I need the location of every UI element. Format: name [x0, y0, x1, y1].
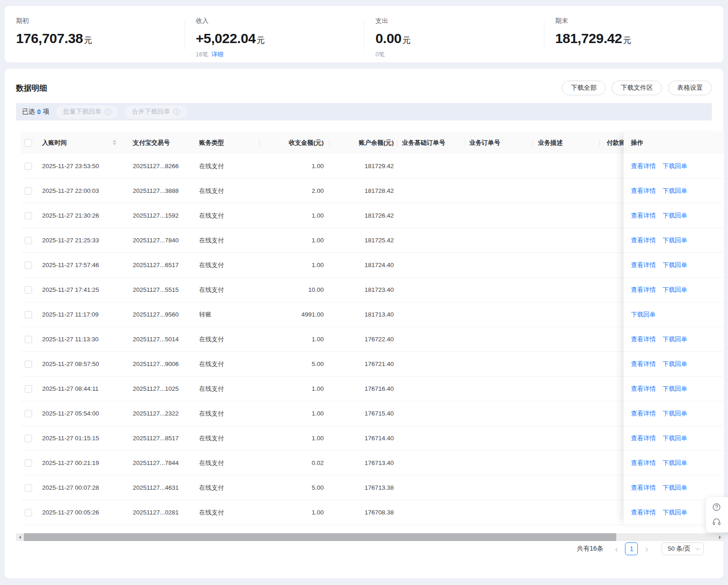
row-checkbox-cell: [21, 327, 42, 351]
horizontal-scrollbar[interactable]: [16, 533, 724, 541]
row-checkbox[interactable]: [25, 361, 32, 368]
view-details-link[interactable]: 查看详情: [631, 508, 656, 517]
table-settings-button[interactable]: 表格设置: [668, 81, 712, 95]
cell-entry-time: 2025-11-27 17:57:46: [42, 253, 133, 277]
download-receipt-link[interactable]: 下载回单: [663, 162, 687, 170]
header-transaction-id: 支付宝交易号: [133, 132, 199, 154]
row-checkbox[interactable]: [25, 336, 32, 343]
scrollbar-track[interactable]: [616, 533, 716, 541]
select-all-checkbox[interactable]: [25, 139, 32, 147]
merge-download-receipts-button[interactable]: 合并下载回单 i: [125, 105, 187, 119]
view-details-link[interactable]: 查看详情: [631, 459, 656, 467]
row-actions: 查看详情下载回单: [624, 154, 724, 179]
cell-entry-time: 2025-11-27 21:25:33: [42, 228, 133, 252]
download-receipt-link[interactable]: 下载回单: [663, 286, 687, 294]
cell-order: [465, 179, 533, 203]
table-row: 2025-11-27 00:07:2820251127...4631在线支付5.…: [21, 476, 724, 500]
header-balance: 账户余额(元): [330, 132, 397, 154]
cell-account-type: 在线支付: [199, 426, 260, 450]
cell-order: [465, 426, 533, 450]
download-all-button[interactable]: 下载全部: [562, 81, 606, 95]
row-checkbox-cell: [21, 253, 42, 277]
view-details-link[interactable]: 查看详情: [631, 434, 656, 443]
scroll-left-arrow-icon[interactable]: [16, 533, 24, 541]
row-checkbox[interactable]: [25, 163, 32, 170]
download-file-zone-button[interactable]: 下载文件区: [612, 81, 662, 95]
scroll-right-arrow-icon[interactable]: [716, 533, 724, 541]
page-size-select[interactable]: 50 条/页: [662, 542, 704, 555]
cell-base-order: [397, 154, 465, 178]
prev-page-icon[interactable]: ‹: [611, 543, 621, 555]
cell-account-type: 在线支付: [199, 476, 260, 500]
cell-amount: 1.00: [260, 377, 330, 401]
download-receipt-link[interactable]: 下载回单: [663, 385, 687, 393]
row-checkbox-cell: [21, 476, 42, 500]
cell-balance: 176716.40: [330, 377, 397, 401]
row-checkbox[interactable]: [25, 187, 32, 195]
cell-alipay-transaction-id: 20251127...8517: [133, 426, 199, 450]
download-receipt-link[interactable]: 下载回单: [663, 261, 687, 269]
cell-balance: 176713.38: [330, 476, 397, 500]
scrollbar-thumb[interactable]: [24, 533, 616, 541]
download-receipt-link[interactable]: 下载回单: [663, 459, 687, 467]
download-receipt-link[interactable]: 下载回单: [663, 335, 687, 344]
download-receipt-link[interactable]: 下载回单: [663, 410, 687, 418]
row-checkbox[interactable]: [25, 459, 32, 467]
cell-entry-time: 2025-11-27 00:07:28: [42, 476, 133, 500]
view-details-link[interactable]: 查看详情: [631, 410, 656, 418]
header-time: 入账时间: [42, 132, 133, 154]
header-account-type: 账务类型: [199, 132, 260, 154]
next-page-icon[interactable]: ›: [641, 543, 652, 555]
row-checkbox[interactable]: [25, 435, 32, 442]
question-circle-icon[interactable]: [712, 503, 721, 512]
row-checkbox[interactable]: [25, 385, 32, 393]
summary-sub: 16笔详细: [196, 50, 364, 59]
view-details-link[interactable]: 查看详情: [631, 286, 656, 294]
cell-balance: 181725.42: [330, 228, 397, 252]
view-details-link[interactable]: 查看详情: [631, 385, 656, 393]
header-base-order: 业务基础订单号: [397, 132, 465, 154]
download-receipt-link[interactable]: 下载回单: [663, 484, 687, 492]
sort-icon[interactable]: [113, 140, 116, 145]
download-receipt-link[interactable]: 下载回单: [663, 508, 687, 517]
download-receipt-link[interactable]: 下载回单: [663, 187, 687, 195]
row-checkbox[interactable]: [25, 311, 32, 318]
fixed-action-column: 操作 查看详情下载回单查看详情下载回单查看详情下载回单查看详情下载回单查看详情下…: [624, 132, 724, 525]
download-receipt-link[interactable]: 下载回单: [631, 311, 656, 319]
row-checkbox-cell: [21, 451, 42, 475]
cell-description: [533, 377, 600, 401]
row-checkbox[interactable]: [25, 262, 32, 269]
row-checkbox[interactable]: [25, 509, 32, 516]
view-details-link[interactable]: 查看详情: [631, 360, 656, 368]
cell-alipay-transaction-id: 20251127...1592: [133, 203, 199, 228]
cell-amount: 1.00: [260, 203, 330, 228]
cell-description: [533, 327, 600, 351]
row-checkbox[interactable]: [25, 212, 32, 219]
row-checkbox[interactable]: [25, 410, 32, 417]
headset-icon[interactable]: [712, 518, 721, 527]
row-checkbox[interactable]: [25, 286, 32, 294]
unit: 元: [84, 36, 92, 45]
view-details-link[interactable]: 查看详情: [631, 162, 656, 170]
download-receipt-link[interactable]: 下载回单: [663, 212, 687, 220]
data-detail-card: 数据明细 下载全部 下载文件区 表格设置 已选 0 项 批量下载回单 i 合并下…: [5, 69, 723, 578]
page-number-button[interactable]: 1: [625, 542, 638, 555]
view-details-link[interactable]: 查看详情: [631, 187, 656, 195]
row-checkbox[interactable]: [25, 237, 32, 244]
cell-balance: 181729.42: [330, 154, 397, 178]
view-details-link[interactable]: 查看详情: [631, 335, 656, 344]
view-details-link[interactable]: 查看详情: [631, 261, 656, 269]
cell-base-order: [397, 451, 465, 475]
summary-closing: 期末 181,729.42元: [544, 6, 724, 62]
table-row: 2025-11-27 11:13:3020251127...5014在线支付1.…: [21, 327, 724, 352]
download-receipt-link[interactable]: 下载回单: [663, 360, 687, 368]
download-receipt-link[interactable]: 下载回单: [663, 434, 687, 443]
income-detail-link[interactable]: 详细: [212, 51, 223, 58]
view-details-link[interactable]: 查看详情: [631, 484, 656, 492]
batch-download-receipts-button[interactable]: 批量下载回单 i: [56, 105, 118, 119]
row-checkbox[interactable]: [25, 484, 32, 492]
download-receipt-link[interactable]: 下载回单: [663, 236, 687, 245]
view-details-link[interactable]: 查看详情: [631, 236, 656, 245]
cell-base-order: [397, 401, 465, 426]
view-details-link[interactable]: 查看详情: [631, 212, 656, 220]
